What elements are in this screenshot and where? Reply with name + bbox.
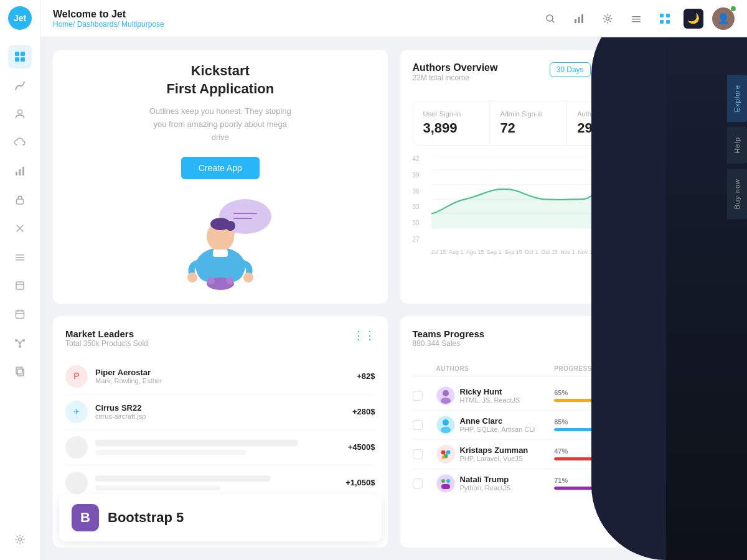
breadcrumb: Home/ Dashboards/ Multipurpose [53, 20, 540, 29]
sidebar: Jet [0, 0, 40, 560]
svg-point-17 [19, 345, 21, 348]
svg-rect-11 [16, 259, 24, 261]
svg-rect-1 [21, 52, 25, 56]
stat-label-0: User Sign-in [423, 110, 480, 118]
sidebar-item-bar[interactable] [8, 159, 32, 183]
breadcrumb-dashboards[interactable]: Dashboards/ [77, 20, 120, 29]
progress-bar-fill-3 [554, 487, 634, 490]
svg-rect-12 [16, 282, 24, 289]
svg-rect-10 [16, 257, 24, 258]
svg-rect-24 [581, 14, 583, 23]
menu-button[interactable] [626, 9, 646, 29]
sidebar-item-close[interactable] [8, 217, 32, 240]
svg-point-73 [437, 475, 454, 492]
chart-button[interactable] [569, 9, 589, 29]
svg-point-40 [225, 221, 235, 231]
stat-label-1: Admin Sign-in [500, 110, 557, 118]
team-author-0: Ricky Hunt HTML, JS, ReactJS [436, 386, 550, 405]
svg-point-39 [210, 218, 230, 230]
svg-point-33 [219, 199, 271, 234]
svg-point-74 [441, 479, 445, 483]
users-select[interactable]: All Users [612, 329, 669, 346]
sidebar-item-nodes[interactable] [8, 331, 32, 355]
help-label[interactable]: Help [727, 127, 747, 164]
buynow-label[interactable]: Buy now [727, 169, 747, 219]
svg-point-72 [441, 455, 444, 459]
svg-rect-6 [19, 169, 21, 175]
sidebar-item-copy[interactable] [8, 360, 32, 383]
sidebar-item-lock[interactable] [8, 188, 32, 212]
sidebar-item-cloud[interactable] [8, 131, 32, 154]
svg-point-69 [441, 450, 445, 454]
market-options-icon[interactable]: ⋮⋮ [353, 329, 375, 342]
market-title-area: Market Leaders Total 350k Products Sold [65, 329, 148, 357]
market-info-3 [95, 475, 345, 490]
sidebar-item-chart[interactable] [8, 73, 32, 97]
sidebar-bottom [8, 525, 32, 554]
progress-bar-bg-0 [554, 399, 667, 402]
stat-admin-signin: Admin Sign-in 72 [490, 101, 567, 145]
page-title: Welcome to Jet [53, 9, 540, 20]
svg-point-45 [207, 277, 215, 284]
market-logo-1: ✈ [65, 401, 88, 423]
svg-rect-29 [660, 14, 664, 17]
online-indicator [731, 6, 736, 11]
app-logo[interactable]: Jet [8, 6, 32, 30]
market-info-2 [95, 440, 348, 455]
svg-rect-27 [632, 19, 641, 20]
svg-point-42 [187, 273, 197, 282]
sidebar-item-gear[interactable] [8, 528, 32, 551]
svg-point-64 [441, 398, 451, 404]
authors-title: Authors Overview [413, 62, 498, 73]
market-item-0: P Piper Aerostar Mark, Rowling, Esther +… [65, 359, 375, 394]
teams-subtitle: 890,344 Sales [413, 339, 485, 348]
bootstrap-text: Bootstrap 5 [108, 510, 184, 526]
svg-point-75 [446, 479, 450, 483]
sidebar-item-box[interactable] [8, 274, 32, 297]
chart-y-labels: 423936333027 [413, 156, 430, 243]
svg-rect-22 [575, 19, 576, 23]
team-info-1: Anne Clarc PHP, SQLite, Artisan CLI [460, 416, 535, 433]
svg-point-66 [443, 419, 449, 426]
dark-mode-button[interactable]: 🌙 [684, 9, 703, 29]
market-value-3: +1,050$ [345, 478, 375, 487]
svg-point-20 [19, 538, 22, 541]
create-app-button[interactable]: Create App [181, 157, 260, 179]
market-item-2: +4500$ [65, 430, 375, 465]
market-header: Market Leaders Total 350k Products Sold … [65, 329, 375, 357]
sidebar-item-user[interactable] [8, 102, 32, 126]
svg-point-44 [207, 278, 234, 290]
team-info-3: Natali Trump Python, ReactJS [460, 475, 511, 492]
team-avatar-3 [436, 474, 455, 493]
breadcrumb-home[interactable]: Home/ [53, 20, 75, 29]
svg-rect-26 [632, 16, 641, 17]
svg-point-25 [606, 17, 609, 20]
kickstart-title: Kickstart First Application [166, 62, 274, 98]
progress-cell-0: 65% [554, 389, 667, 402]
svg-point-16 [22, 339, 25, 342]
sidebar-item-calendar[interactable] [8, 302, 32, 326]
progress-bar-bg-2 [554, 457, 667, 460]
explore-label[interactable]: Explore [727, 75, 747, 122]
topnav-actions: 🌙 👤 [540, 7, 735, 30]
market-leaders-card: Market Leaders Total 350k Products Sold … [53, 316, 388, 548]
team-author-2: Kristaps Zumman PHP, Laravel, VueJS [436, 445, 550, 464]
team-check-3[interactable] [413, 478, 423, 488]
sidebar-item-menu[interactable] [8, 245, 32, 269]
team-avatar-0 [436, 386, 455, 405]
filter-30days[interactable]: 30 Days [550, 62, 591, 77]
search-button[interactable] [540, 9, 560, 29]
apps-grid-button[interactable] [655, 9, 675, 29]
team-check-1[interactable] [413, 420, 423, 430]
sidebar-item-grid[interactable] [8, 45, 32, 68]
svg-point-38 [207, 222, 234, 251]
team-check-2[interactable] [413, 449, 423, 459]
svg-rect-7 [22, 167, 24, 175]
svg-rect-23 [578, 17, 580, 23]
team-check-0[interactable] [413, 391, 423, 401]
settings-button[interactable] [598, 9, 618, 29]
team-info-0: Ricky Hunt HTML, JS, ReactJS [460, 387, 520, 404]
filter-sep2020[interactable]: Sep 2020 [594, 62, 640, 77]
svg-rect-30 [666, 14, 670, 17]
progress-bar-fill-2 [554, 457, 607, 460]
